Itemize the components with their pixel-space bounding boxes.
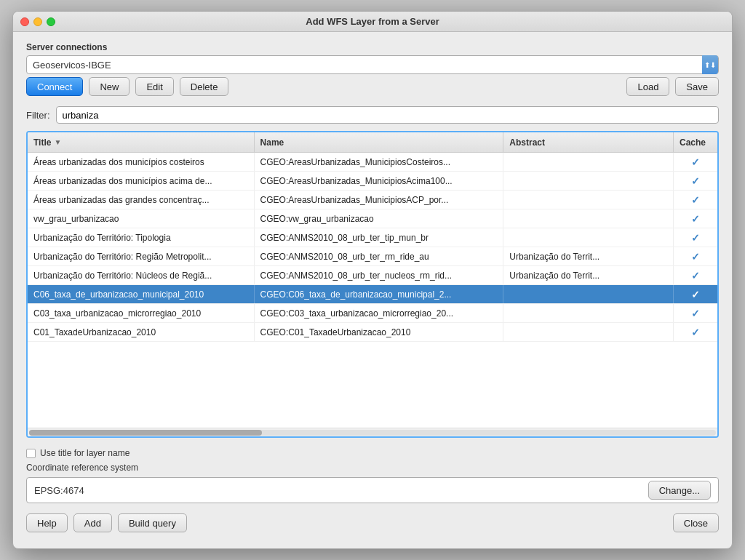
- cell-abstract: [503, 153, 674, 171]
- close-button-traffic[interactable]: [20, 17, 29, 26]
- table-row[interactable]: vw_grau_urbanizacaoCGEO:vw_grau_urbaniza…: [28, 209, 717, 228]
- sort-icon: ▼: [54, 138, 61, 146]
- table-header: Title ▼ Name Abstract Cache: [28, 132, 717, 153]
- cache-check-icon: ✓: [691, 327, 700, 338]
- cell-name: CGEO:vw_grau_urbanizacao: [255, 209, 504, 228]
- table-row[interactable]: Áreas urbanizadas dos municípios acima d…: [28, 172, 717, 191]
- cell-cache: ✓: [674, 266, 717, 284]
- cache-check-icon: ✓: [691, 232, 700, 244]
- maximize-button-traffic[interactable]: [47, 17, 55, 26]
- filter-row: Filter:: [26, 106, 719, 124]
- cell-title: Áreas urbanizadas dos municípios acima d…: [28, 172, 255, 190]
- cell-name: CGEO:AreasUrbanizadas_MunicipiosACP_por.…: [255, 191, 504, 209]
- content-area: Server connections Geoservicos-IBGE ⬆⬇ C…: [13, 32, 732, 548]
- cell-cache: ✓: [674, 228, 717, 247]
- cache-check-icon: ✓: [691, 289, 700, 300]
- cell-abstract: [503, 228, 674, 247]
- cache-check-icon: ✓: [691, 308, 700, 319]
- table-row[interactable]: C06_taxa_de_urbanizacao_municipal_2010CG…: [28, 285, 717, 304]
- cell-title: C06_taxa_de_urbanizacao_municipal_2010: [28, 285, 255, 303]
- delete-button[interactable]: Delete: [180, 77, 229, 96]
- cell-cache: ✓: [674, 172, 717, 190]
- save-button[interactable]: Save: [675, 77, 719, 96]
- horizontal-scrollbar[interactable]: [28, 428, 717, 436]
- cell-title: C01_TaxadeUrbanizacao_2010: [28, 323, 255, 341]
- server-connections-section: Server connections Geoservicos-IBGE ⬆⬇ C…: [26, 42, 719, 96]
- cell-abstract: [503, 191, 674, 209]
- cell-title: Urbanização do Território: Tipologia: [28, 228, 255, 247]
- use-title-row: Use title for layer name: [26, 448, 719, 458]
- cell-cache: ✓: [674, 209, 717, 228]
- title-bar: Add WFS Layer from a Server: [13, 12, 732, 32]
- cell-abstract: [503, 304, 674, 322]
- filter-label: Filter:: [26, 110, 50, 121]
- cell-cache: ✓: [674, 247, 717, 265]
- new-button[interactable]: New: [89, 77, 130, 96]
- table-row[interactable]: C01_TaxadeUrbanizacao_2010CGEO:C01_Taxad…: [28, 323, 717, 342]
- scrollbar-thumb[interactable]: [29, 430, 262, 436]
- cell-name: CGEO:AreasUrbanizadas_MunicipiosAcima100…: [255, 172, 504, 190]
- server-select[interactable]: Geoservicos-IBGE ⬆⬇: [26, 55, 719, 74]
- cell-abstract: [503, 172, 674, 190]
- use-title-checkbox[interactable]: [26, 449, 36, 458]
- col-cache: Cache: [674, 132, 717, 152]
- layers-table: Title ▼ Name Abstract Cache Áreas urbani…: [26, 131, 719, 438]
- cell-title: Urbanização do Território: Região Metrop…: [28, 247, 255, 265]
- cache-check-icon: ✓: [691, 213, 700, 225]
- cell-name: CGEO:C01_TaxadeUrbanizacao_2010: [255, 323, 504, 341]
- cell-cache: ✓: [674, 191, 717, 209]
- server-select-arrow-icon[interactable]: ⬆⬇: [702, 55, 718, 74]
- build-query-button[interactable]: Build query: [118, 513, 187, 532]
- cell-name: CGEO:ANMS2010_08_urb_ter_tip_mun_br: [255, 228, 504, 247]
- main-window: Add WFS Layer from a Server Server conne…: [12, 11, 733, 549]
- cell-name: CGEO:C03_taxa_urbanizacao_microrregiao_2…: [255, 304, 504, 322]
- connect-button[interactable]: Connect: [26, 77, 83, 96]
- table-row[interactable]: C03_taxa_urbanizacao_microrregiao_2010CG…: [28, 304, 717, 323]
- footer-row: Help Add Build query Close: [26, 513, 719, 538]
- cell-name: CGEO:ANMS2010_08_urb_ter_rm_ride_au: [255, 247, 504, 265]
- cell-abstract: Urbanização do Territ...: [503, 247, 674, 265]
- cell-cache: ✓: [674, 304, 717, 322]
- cache-check-icon: ✓: [691, 175, 700, 187]
- server-connections-label: Server connections: [26, 42, 719, 52]
- scrollbar-track: [29, 430, 716, 436]
- crs-value: EPSG:4674: [34, 485, 642, 496]
- crs-row: EPSG:4674 Change...: [26, 477, 719, 503]
- minimize-button-traffic[interactable]: [33, 17, 42, 26]
- cell-title: C03_taxa_urbanizacao_microrregiao_2010: [28, 304, 255, 322]
- help-button[interactable]: Help: [26, 513, 68, 532]
- table-row[interactable]: Áreas urbanizadas dos municípios costeir…: [28, 153, 717, 172]
- crs-section-label: Coordinate reference system: [26, 463, 719, 473]
- edit-button[interactable]: Edit: [135, 77, 173, 96]
- traffic-lights: [20, 17, 55, 26]
- server-select-value: Geoservicos-IBGE: [33, 60, 111, 71]
- filter-input[interactable]: [56, 106, 720, 124]
- cell-title: Urbanização do Território: Núcleos de Re…: [28, 266, 255, 284]
- table-row[interactable]: Urbanização do Território: Região Metrop…: [28, 247, 717, 266]
- cell-name: CGEO:AreasUrbanizadas_MunicipiosCosteiro…: [255, 153, 504, 171]
- load-button[interactable]: Load: [626, 77, 669, 96]
- close-button[interactable]: Close: [673, 513, 719, 532]
- change-button[interactable]: Change...: [648, 481, 711, 500]
- cache-check-icon: ✓: [691, 194, 700, 206]
- add-button[interactable]: Add: [73, 513, 112, 532]
- cell-cache: ✓: [674, 153, 717, 171]
- cell-cache: ✓: [674, 323, 717, 341]
- col-title: Title ▼: [28, 132, 255, 152]
- table-row[interactable]: Áreas urbanizadas das grandes concentraç…: [28, 191, 717, 209]
- cell-name: CGEO:ANMS2010_08_urb_ter_nucleos_rm_rid.…: [255, 266, 504, 284]
- cell-title: vw_grau_urbanizacao: [28, 209, 255, 228]
- cache-check-icon: ✓: [691, 251, 700, 263]
- table-body[interactable]: Áreas urbanizadas dos municípios costeir…: [28, 153, 717, 428]
- use-title-label: Use title for layer name: [40, 448, 130, 458]
- cell-abstract: Urbanização do Territ...: [503, 266, 674, 284]
- server-row: Geoservicos-IBGE ⬆⬇: [26, 55, 719, 74]
- server-button-row: Connect New Edit Delete Load Save: [26, 77, 719, 96]
- table-row[interactable]: Urbanização do Território: TipologiaCGEO…: [28, 228, 717, 247]
- bottom-section: Use title for layer name Coordinate refe…: [26, 448, 719, 503]
- cache-check-icon: ✓: [691, 156, 700, 168]
- cell-abstract: [503, 209, 674, 228]
- cell-title: Áreas urbanizadas das grandes concentraç…: [28, 191, 255, 209]
- table-row[interactable]: Urbanização do Território: Núcleos de Re…: [28, 266, 717, 285]
- cell-title: Áreas urbanizadas dos municípios costeir…: [28, 153, 255, 171]
